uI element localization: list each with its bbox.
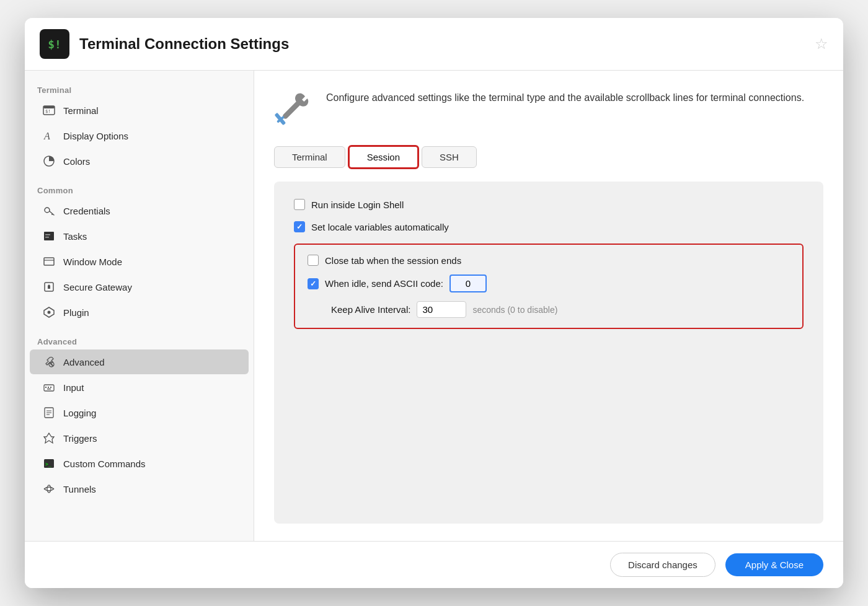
sidebar-item-label: Colors (63, 156, 90, 167)
key-icon (42, 204, 56, 217)
svg-text:$!: $! (45, 109, 50, 114)
sidebar-item-label: Logging (63, 408, 96, 418)
svg-text:A: A (43, 131, 50, 141)
svg-rect-9 (45, 234, 50, 235)
sidebar-item-label: Advanced (63, 357, 105, 367)
tools-icon (42, 355, 56, 369)
intro-area: Configure advanced settings like the ter… (274, 88, 823, 128)
gateway-icon (42, 280, 56, 294)
sidebar-item-label: Tasks (63, 231, 87, 242)
set-locale-label: Set locale variables automatically (311, 222, 449, 232)
header: $! Terminal Connection Settings ☆ (25, 18, 843, 71)
svg-marker-26 (44, 433, 54, 443)
ascii-row: When idle, send ASCII code: (308, 274, 790, 292)
svg-line-16 (50, 363, 53, 366)
run-login-shell-row: Run inside Login Shell (294, 199, 804, 210)
keepalive-value-input[interactable] (417, 301, 466, 318)
sidebar-item-label: Tunnels (63, 484, 96, 494)
svg-rect-18 (45, 387, 46, 388)
sidebar-item-tasks[interactable]: Tasks (30, 224, 249, 248)
svg-rect-20 (50, 387, 51, 388)
sidebar-item-label: Terminal (63, 105, 99, 116)
apply-close-button[interactable]: Apply & Close (725, 553, 823, 576)
tunnels-icon (42, 482, 56, 496)
dialog: $! Terminal Connection Settings ☆ Termin… (25, 18, 843, 588)
sidebar-item-label: Secure Gateway (63, 282, 132, 292)
sidebar-item-label: Input (63, 382, 84, 393)
sidebar: Terminal $! Terminal A Display Op (25, 71, 254, 541)
sidebar-item-credentials[interactable]: Credentials (30, 198, 249, 223)
set-locale-checkbox-wrapper[interactable]: Set locale variables automatically (294, 221, 449, 232)
svg-rect-10 (45, 237, 49, 238)
favorite-star[interactable]: ☆ (815, 35, 828, 53)
colors-icon (42, 154, 56, 168)
svg-rect-21 (47, 389, 51, 390)
close-tab-checkbox-wrapper[interactable]: Close tab when the session ends (308, 255, 461, 266)
plugin-icon (42, 305, 56, 319)
svg-rect-11 (44, 258, 54, 265)
svg-point-14 (48, 311, 51, 314)
tab-bar: Terminal Session SSH (274, 145, 823, 169)
footer: Discard changes Apply & Close (25, 541, 843, 588)
intro-description: Configure advanced settings like the ter… (326, 88, 804, 105)
sidebar-section-advanced: Advanced (25, 332, 254, 349)
discard-button[interactable]: Discard changes (610, 553, 715, 577)
svg-point-29 (47, 485, 51, 493)
tasks-icon (42, 229, 56, 243)
triggers-icon (42, 431, 56, 445)
highlighted-options-section: Close tab when the session ends When idl… (294, 244, 804, 329)
session-panel: Run inside Login Shell Set locale variab… (274, 182, 823, 524)
sidebar-item-advanced[interactable]: Advanced (30, 349, 249, 374)
run-login-shell-checkbox[interactable] (294, 199, 305, 210)
sidebar-item-input[interactable]: Input (30, 375, 249, 400)
section-icon (274, 88, 314, 128)
svg-text:>_: >_ (45, 462, 51, 467)
sidebar-item-tunnels[interactable]: Tunnels (30, 476, 249, 501)
sidebar-item-label: Display Options (63, 131, 128, 141)
sidebar-item-logging[interactable]: Logging (30, 400, 249, 425)
svg-point-5 (45, 208, 50, 213)
terminal-icon: $! (42, 103, 56, 117)
ascii-value-input[interactable] (450, 274, 487, 292)
close-tab-row: Close tab when the session ends (308, 255, 790, 266)
dialog-title: Terminal Connection Settings (79, 35, 815, 53)
app-icon: $! (40, 29, 69, 59)
close-tab-checkbox[interactable] (308, 255, 319, 266)
set-locale-checkbox[interactable] (294, 221, 305, 232)
sidebar-item-label: Plugin (63, 307, 89, 318)
font-icon: A (42, 129, 56, 143)
ascii-label: When idle, send ASCII code: (325, 278, 443, 289)
tab-ssh[interactable]: SSH (422, 146, 477, 168)
keepalive-label: Keep Alive Interval: (331, 304, 410, 315)
sidebar-item-custom-commands[interactable]: >_ Custom Commands (30, 451, 249, 476)
svg-rect-8 (44, 232, 54, 240)
sidebar-item-terminal[interactable]: $! Terminal (30, 98, 249, 123)
tab-terminal[interactable]: Terminal (274, 146, 345, 168)
sidebar-item-display-options[interactable]: A Display Options (30, 123, 249, 148)
logging-icon (42, 406, 56, 419)
run-login-shell-checkbox-wrapper[interactable]: Run inside Login Shell (294, 199, 404, 210)
window-icon (42, 255, 56, 268)
body: Terminal $! Terminal A Display Op (25, 71, 843, 541)
sidebar-item-secure-gateway[interactable]: Secure Gateway (30, 274, 249, 299)
keyboard-icon (42, 380, 56, 394)
sidebar-section-common: Common (25, 181, 254, 198)
close-tab-label: Close tab when the session ends (325, 255, 461, 266)
sidebar-item-plugin[interactable]: Plugin (30, 300, 249, 325)
sidebar-item-triggers[interactable]: Triggers (30, 426, 249, 450)
sidebar-item-label: Custom Commands (63, 459, 146, 469)
sidebar-section-terminal: Terminal (25, 81, 254, 97)
sidebar-item-window-mode[interactable]: Window Mode (30, 249, 249, 274)
svg-rect-19 (48, 387, 49, 388)
keepalive-hint: seconds (0 to disable) (472, 305, 557, 315)
sidebar-item-label: Credentials (63, 206, 110, 216)
svg-rect-1 (43, 106, 55, 108)
tab-session[interactable]: Session (348, 145, 419, 169)
set-locale-row: Set locale variables automatically (294, 221, 804, 232)
keepalive-row: Keep Alive Interval: seconds (0 to disab… (308, 301, 790, 318)
sidebar-item-colors[interactable]: Colors (30, 149, 249, 173)
commands-icon: >_ (42, 457, 56, 470)
run-login-shell-label: Run inside Login Shell (311, 200, 404, 210)
ascii-checkbox[interactable] (308, 278, 319, 289)
main-content: Configure advanced settings like the ter… (254, 71, 843, 541)
